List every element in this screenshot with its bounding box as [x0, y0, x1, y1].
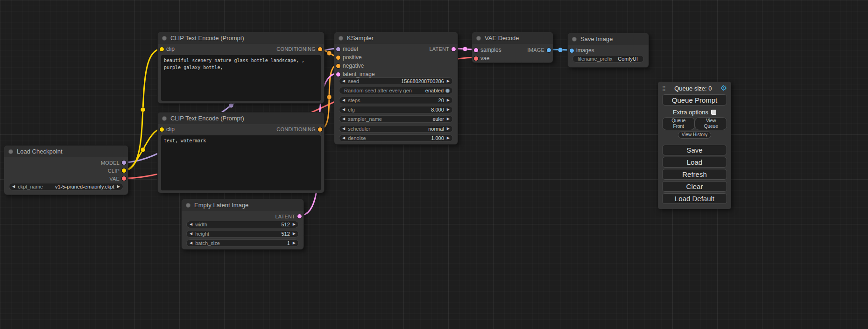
node-vae-decode[interactable]: VAE Decode samples IMAGE vae — [472, 32, 553, 63]
widget-value: ComfyUI — [618, 56, 638, 62]
widget-value: normal — [428, 126, 444, 132]
widget-name: filename_prefix — [578, 56, 613, 62]
increment-arrow-icon[interactable]: ▶ — [293, 241, 296, 245]
node-load-checkpoint[interactable]: Load Checkpoint MODEL CLIP VAE ◀ ckpt_na… — [4, 145, 128, 195]
latent-output-dot[interactable] — [452, 47, 456, 51]
model-input-dot[interactable] — [336, 47, 340, 51]
decrement-arrow-icon[interactable]: ◀ — [342, 136, 345, 140]
conditioning-output-label: CONDITIONING — [276, 126, 316, 132]
conditioning-output-dot[interactable] — [318, 47, 322, 51]
model-output-dot[interactable] — [122, 161, 126, 165]
widget-width[interactable]: ◀ width 512 ▶ — [186, 221, 299, 228]
extra-options-checkbox[interactable] — [711, 110, 716, 115]
widget-name: ckpt_name — [18, 184, 43, 189]
images-input-label: images — [576, 47, 594, 54]
clear-button[interactable]: Clear — [662, 181, 727, 192]
vae-input-dot[interactable] — [474, 56, 478, 61]
combo-left-arrow-icon[interactable]: ◀ — [12, 185, 15, 189]
clip-output-dot[interactable] — [122, 168, 126, 173]
vae-output-dot[interactable] — [122, 176, 126, 181]
wire-midpoint-dot — [141, 147, 145, 152]
node-clip-text-encode-negative[interactable]: CLIP Text Encode (Prompt) clip CONDITION… — [157, 112, 325, 193]
node-title-bar[interactable]: VAE Decode — [472, 32, 553, 44]
image-output-dot[interactable] — [547, 48, 551, 52]
widget-batch-size[interactable]: ◀ batch_size 1 ▶ — [186, 239, 299, 247]
widget-steps[interactable]: ◀ steps 20 ▶ — [339, 97, 453, 104]
refresh-button[interactable]: Refresh — [662, 169, 727, 180]
latent-output-dot[interactable] — [297, 214, 302, 218]
node-ksampler[interactable]: KSampler model LATENT positive negative … — [334, 32, 458, 145]
decrement-arrow-icon[interactable]: ◀ — [342, 98, 345, 102]
widget-sampler-name[interactable]: ◀ sampler_name euler ▶ — [339, 115, 453, 123]
queue-actions-row: Queue Front View Queue — [662, 117, 727, 130]
prompt-textarea[interactable]: text, watermark — [161, 135, 321, 190]
latent-output-label: LATENT — [275, 214, 295, 219]
node-title-bar[interactable]: Load Checkpoint — [4, 146, 128, 157]
combo-right-arrow-icon[interactable]: ▶ — [447, 117, 450, 121]
increment-arrow-icon[interactable]: ▶ — [293, 232, 296, 236]
positive-input-dot[interactable] — [336, 56, 340, 60]
queue-prompt-button[interactable]: Queue Prompt — [662, 94, 727, 105]
widget-name: batch_size — [195, 240, 220, 246]
node-title-bar[interactable]: Save Image — [568, 33, 649, 45]
decrement-arrow-icon[interactable]: ◀ — [190, 223, 192, 226]
samples-input-dot[interactable] — [474, 48, 478, 52]
node-clip-text-encode-positive[interactable]: CLIP Text Encode (Prompt) clip CONDITION… — [157, 32, 325, 104]
settings-gear-icon[interactable]: ⚙ — [720, 84, 727, 92]
decrement-arrow-icon[interactable]: ◀ — [342, 108, 345, 112]
widget-scheduler[interactable]: ◀ scheduler normal ▶ — [339, 125, 453, 133]
combo-right-arrow-icon[interactable]: ▶ — [447, 127, 450, 131]
menu-header: ⣿ Queue size: 0 ⚙ — [662, 83, 727, 93]
node-title-bar[interactable]: CLIP Text Encode (Prompt) — [158, 32, 324, 44]
widget-filename-prefix[interactable]: filename_prefix ComfyUI — [572, 55, 644, 63]
prompt-textarea[interactable]: beautiful scenery nature glass bottle la… — [161, 55, 321, 101]
latent-image-input-dot[interactable] — [336, 72, 340, 77]
node-title-bar[interactable]: Empty Latent Image — [182, 199, 303, 211]
queue-front-button[interactable]: Queue Front — [662, 117, 695, 130]
wire-midpoint-dot — [141, 107, 145, 112]
widget-value: 1 — [287, 240, 290, 246]
widget-denoise[interactable]: ◀ denoise 1.000 ▶ — [339, 134, 453, 142]
clip-input-dot[interactable] — [160, 47, 164, 51]
combo-left-arrow-icon[interactable]: ◀ — [342, 117, 345, 121]
node-save-image[interactable]: Save Image images filename_prefix ComfyU… — [567, 33, 649, 68]
input-slot-vae: vae — [472, 54, 553, 63]
increment-arrow-icon[interactable]: ▶ — [293, 223, 296, 226]
view-history-button[interactable]: View History — [678, 131, 711, 139]
clip-input-dot[interactable] — [160, 127, 164, 132]
widget-value: enabled — [425, 88, 444, 93]
graph-canvas[interactable]: Load Checkpoint MODEL CLIP VAE ◀ ckpt_na… — [0, 0, 868, 329]
combo-left-arrow-icon[interactable]: ◀ — [342, 127, 345, 131]
slot-row: model LATENT — [334, 45, 458, 53]
widget-cfg[interactable]: ◀ cfg 8.000 ▶ — [339, 106, 453, 113]
node-title-bar[interactable]: KSampler — [334, 32, 458, 44]
widget-random-seed-toggle[interactable]: Random seed after every gen enabled — [339, 87, 453, 94]
images-input-dot[interactable] — [570, 49, 574, 53]
input-slot-positive: positive — [334, 53, 458, 62]
node-title-bar[interactable]: CLIP Text Encode (Prompt) — [158, 112, 324, 124]
decrement-arrow-icon[interactable]: ◀ — [342, 79, 345, 83]
view-queue-button[interactable]: View Queue — [695, 117, 727, 130]
increment-arrow-icon[interactable]: ▶ — [447, 136, 450, 140]
conditioning-output-dot[interactable] — [318, 127, 322, 132]
output-slot-latent: LATENT — [182, 212, 303, 220]
history-row: View History — [662, 131, 727, 139]
save-button[interactable]: Save — [662, 145, 727, 155]
menu-drag-handle-icon[interactable]: ⣿ — [662, 85, 666, 91]
latent-image-input-label: latent_image — [343, 71, 375, 77]
load-default-button[interactable]: Load Default — [662, 193, 727, 204]
combo-right-arrow-icon[interactable]: ▶ — [117, 185, 120, 189]
node-empty-latent-image[interactable]: Empty Latent Image LATENT ◀ width 512 ▶ … — [181, 199, 304, 250]
wire-midpoint-dot — [327, 51, 332, 56]
decrement-arrow-icon[interactable]: ◀ — [190, 241, 192, 245]
toggle-knob-icon[interactable] — [445, 89, 450, 93]
increment-arrow-icon[interactable]: ▶ — [447, 79, 450, 83]
increment-arrow-icon[interactable]: ▶ — [447, 108, 450, 112]
widget-height[interactable]: ◀ height 512 ▶ — [186, 230, 299, 238]
load-button[interactable]: Load — [662, 157, 727, 168]
widget-ckpt-name[interactable]: ◀ ckpt_name v1-5-pruned-emaonly.ckpt ▶ — [9, 183, 123, 190]
widget-seed[interactable]: ◀ seed 156680208700286 ▶ — [339, 77, 453, 85]
decrement-arrow-icon[interactable]: ◀ — [190, 232, 192, 236]
negative-input-dot[interactable] — [336, 64, 340, 68]
increment-arrow-icon[interactable]: ▶ — [447, 98, 450, 102]
